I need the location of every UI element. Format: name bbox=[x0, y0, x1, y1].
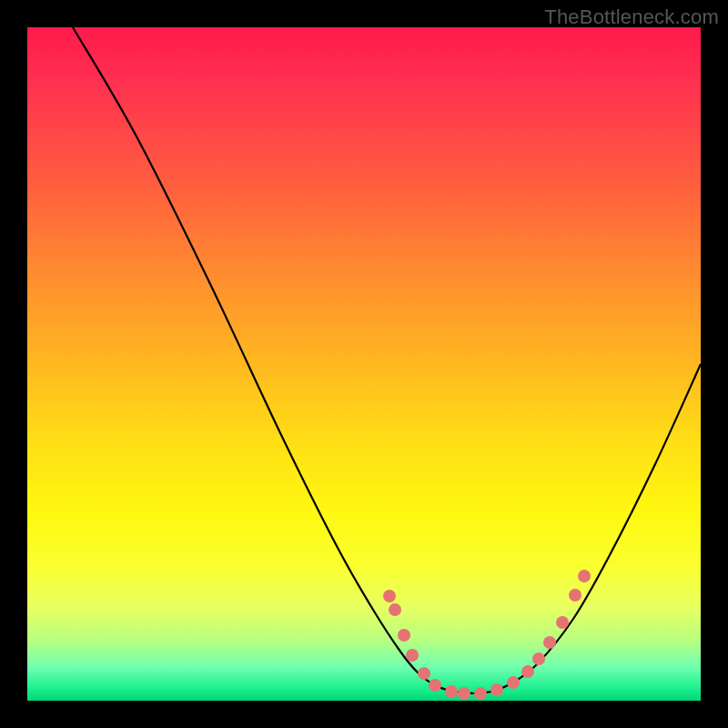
data-dot bbox=[556, 616, 569, 629]
right-curve bbox=[473, 364, 701, 693]
data-dot bbox=[429, 679, 441, 692]
data-dots bbox=[383, 570, 591, 700]
data-dot bbox=[458, 687, 470, 700]
data-dot bbox=[543, 636, 556, 649]
left-curve bbox=[73, 27, 473, 693]
data-dot bbox=[578, 570, 591, 582]
data-dot bbox=[406, 649, 419, 662]
data-dot bbox=[569, 589, 581, 602]
data-dot bbox=[507, 676, 520, 689]
data-dot bbox=[389, 603, 401, 616]
data-dot bbox=[521, 665, 534, 678]
data-dot bbox=[383, 590, 396, 602]
data-dot bbox=[398, 629, 410, 642]
data-dot bbox=[418, 667, 430, 680]
data-dot bbox=[532, 652, 545, 665]
data-dot bbox=[445, 685, 458, 698]
data-dot bbox=[490, 683, 503, 696]
watermark-text: TheBottleneck.com bbox=[544, 5, 719, 29]
chart-svg bbox=[27, 27, 701, 701]
data-dot bbox=[474, 687, 487, 700]
